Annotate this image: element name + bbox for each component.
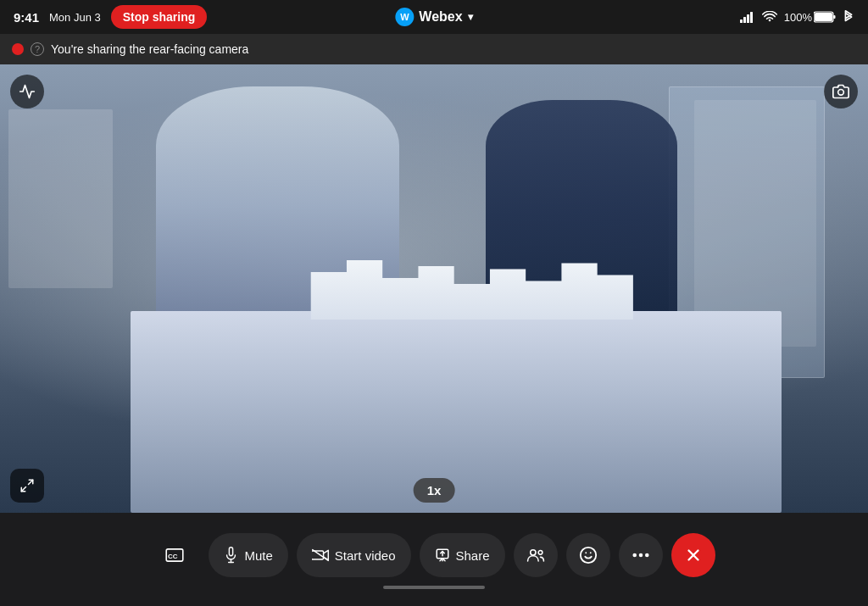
bluetooth-icon <box>843 9 854 25</box>
status-center[interactable]: W Webex ▾ <box>395 8 472 26</box>
microphone-icon <box>224 547 238 564</box>
battery-icon: 100% <box>784 11 836 24</box>
end-call-button[interactable] <box>671 533 715 577</box>
svg-point-20 <box>538 551 542 555</box>
blueprints-left-decoration <box>8 109 113 289</box>
status-right: 100% <box>740 9 854 25</box>
svg-rect-12 <box>230 548 233 556</box>
more-options-button[interactable] <box>619 533 663 577</box>
sharing-notification-bar: ? You're sharing the rear-facing camera <box>0 34 868 64</box>
question-icon: ? <box>31 42 44 56</box>
signal-icon <box>740 11 755 23</box>
battery-shape <box>814 11 836 23</box>
svg-text:CC: CC <box>168 553 178 560</box>
sharing-status-text: You're sharing the rear-facing camera <box>51 42 248 56</box>
svg-point-21 <box>580 548 595 563</box>
svg-point-7 <box>838 90 844 96</box>
mute-label: Mute <box>244 548 272 563</box>
zoom-level-indicator[interactable]: 1x <box>414 478 455 503</box>
activity-button[interactable] <box>10 75 44 108</box>
mute-button[interactable]: Mute <box>209 533 287 577</box>
reactions-button[interactable] <box>566 533 610 577</box>
svg-rect-2 <box>747 14 749 23</box>
recording-dot-icon <box>12 43 24 55</box>
battery-percent-text: 100% <box>784 11 812 24</box>
svg-rect-5 <box>815 13 832 21</box>
participants-icon <box>526 547 545 564</box>
participants-button[interactable] <box>514 533 558 577</box>
svg-point-24 <box>632 553 637 558</box>
status-bar: 9:41 Mon Jun 3 Stop sharing W Webex ▾ 10… <box>0 0 868 34</box>
video-background <box>0 64 868 513</box>
toolbar-buttons-group: CC Mute Start video <box>153 533 715 577</box>
video-area: 1x <box>0 64 868 513</box>
home-indicator <box>383 586 485 589</box>
status-date: Mon Jun 3 <box>49 11 101 24</box>
table-model <box>131 311 782 513</box>
wifi-icon <box>762 11 777 23</box>
expand-icon <box>19 478 35 493</box>
blueprints-right-decoration <box>694 100 815 347</box>
share-button[interactable]: Share <box>420 533 505 577</box>
closed-caption-button[interactable]: CC <box>153 533 197 577</box>
share-label: Share <box>456 548 490 563</box>
app-name-label: Webex <box>419 9 462 25</box>
end-call-icon <box>684 546 703 564</box>
chevron-down-icon: ▾ <box>468 11 473 23</box>
svg-point-25 <box>638 553 643 558</box>
start-video-button[interactable]: Start video <box>297 533 411 577</box>
video-off-icon <box>312 548 329 562</box>
svg-rect-3 <box>750 12 753 23</box>
emoji-icon <box>579 546 598 564</box>
bottom-toolbar: CC Mute Start video <box>0 513 868 606</box>
expand-button[interactable] <box>10 469 44 503</box>
svg-line-8 <box>29 480 33 484</box>
camera-flip-button[interactable] <box>824 75 858 108</box>
svg-point-19 <box>530 550 535 555</box>
share-icon <box>435 548 450 563</box>
webex-logo-icon: W <box>395 8 414 26</box>
svg-point-26 <box>645 553 649 558</box>
camera-flip-icon <box>832 83 849 100</box>
stop-sharing-button[interactable]: Stop sharing <box>111 5 208 29</box>
status-left: 9:41 Mon Jun 3 Stop sharing <box>14 5 207 29</box>
svg-line-9 <box>21 487 25 492</box>
activity-icon <box>19 83 36 100</box>
more-icon <box>632 553 649 558</box>
svg-rect-6 <box>833 15 836 19</box>
svg-rect-0 <box>740 19 743 23</box>
cc-icon: CC <box>165 548 184 562</box>
status-time: 9:41 <box>14 10 39 25</box>
start-video-label: Start video <box>335 548 396 563</box>
svg-rect-1 <box>743 17 746 23</box>
